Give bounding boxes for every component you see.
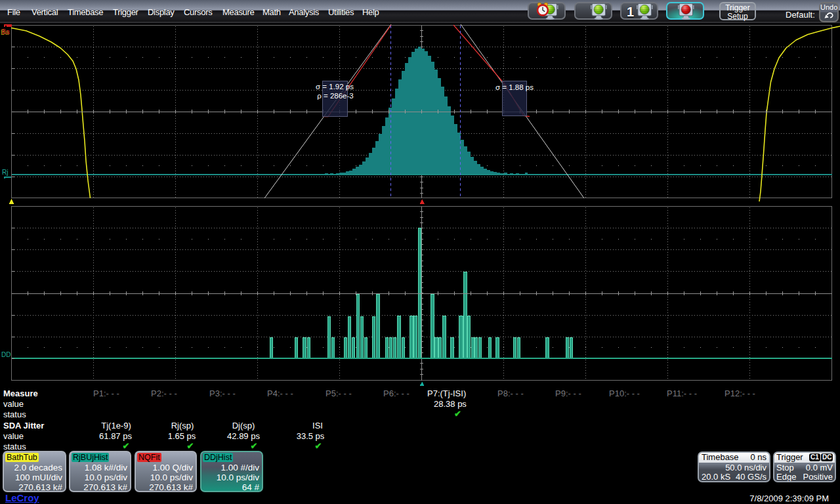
svg-text:ρ = 286e-3: ρ = 286e-3 [317,92,353,100]
svg-text:σ = 1.92 ps: σ = 1.92 ps [316,83,354,91]
svg-text:DD: DD [1,351,10,358]
svg-text:Rj: Rj [2,169,8,176]
svg-text:Ba: Ba [2,28,10,35]
svg-text:σ = 1.88 ps: σ = 1.88 ps [495,83,534,91]
